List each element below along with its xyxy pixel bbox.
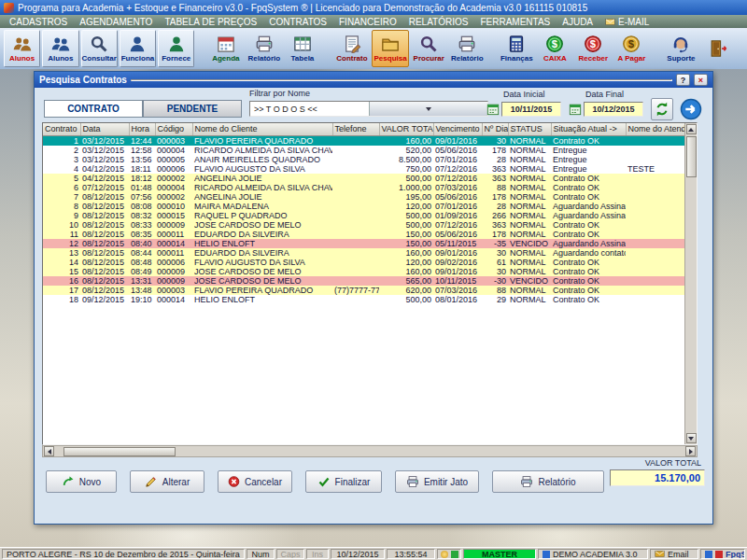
toolbar-button-procurar[interactable]: Procurar	[411, 30, 447, 67]
column-header-valor-total[interactable]: VALOR TOTAL	[379, 123, 433, 135]
toolbar-button-a-pagar[interactable]: A Pagar	[613, 30, 650, 67]
cell-codigo: 000009	[155, 220, 192, 230]
filter-combobox[interactable]: >> T O D O S <<	[249, 101, 488, 117]
column-header-situacao-atual[interactable]: Situação Atual ->	[551, 123, 626, 135]
menu-item-agendamento[interactable]: AGENDAMENTO	[74, 15, 158, 28]
refresh-button[interactable]	[651, 98, 673, 120]
toolbar-button-suporte[interactable]: Suporte	[663, 30, 699, 67]
table-row[interactable]: 203/12/201512:58000004RICARDO ALMEIDA DA…	[43, 146, 685, 155]
column-header-nome-do-atendente[interactable]: Nome do Atendente	[626, 123, 685, 135]
column-header-hora[interactable]: Hora	[129, 123, 155, 135]
cell-valor: 520,00	[379, 146, 433, 155]
table-row[interactable]: 404/12/201518:11000006FLAVIO AUGUSTO DA …	[43, 164, 685, 174]
cell-data: 07/12/2015	[80, 183, 129, 192]
alterar-button[interactable]: Alterar	[130, 470, 204, 493]
column-header-status[interactable]: STATUS	[508, 123, 551, 135]
horizontal-scrollbar[interactable]	[42, 445, 698, 457]
window-title-bar[interactable]: Pesquisa Contratos ? ×	[35, 72, 712, 88]
tab-pendente[interactable]: PENDENTE	[143, 100, 242, 118]
printer-icon	[458, 35, 476, 53]
status-email-label: Email	[668, 550, 689, 559]
chevron-down-icon[interactable]	[369, 102, 488, 116]
scroll-left-icon[interactable]	[44, 446, 54, 456]
column-header-nome-do-cliente[interactable]: Nome do Cliente	[192, 123, 332, 135]
menu-item-ferramentas[interactable]: FERRAMENTAS	[474, 15, 556, 28]
toolbar-button-exit[interactable]	[701, 30, 738, 67]
relatorio-button[interactable]: Relatório	[492, 470, 604, 493]
scrollbar-thumb[interactable]	[63, 447, 176, 456]
toolbar-button-relatorio[interactable]: Relatório	[246, 30, 282, 67]
scroll-right-icon[interactable]	[685, 446, 696, 456]
next-arrow-icon	[680, 98, 702, 120]
toolbar-button-relatorio[interactable]: Relatório	[449, 30, 486, 67]
cell-nome: RICARDO ALMEIDA DA SILVA CHAVIER	[192, 146, 332, 155]
emitir-jato-button[interactable]: Emitir Jato	[395, 470, 479, 493]
vertical-scrollbar[interactable]	[684, 123, 697, 444]
toolbar-button-alunos[interactable]: Alunos	[42, 30, 78, 67]
toolbar-button-caixa[interactable]: CAIXA	[537, 30, 573, 67]
table-row[interactable]: 1008/12/201508:33000009JOSE CARDOSO DE M…	[43, 220, 685, 230]
table-row[interactable]: 1809/12/201519:10000014HELIO ENLOFT500,0…	[43, 295, 685, 304]
finalizar-button[interactable]: Finalizar	[305, 470, 382, 493]
toolbar-button-alunos[interactable]: Alunos	[4, 30, 40, 67]
toolbar-button-pesquisa[interactable]: Pesquisa	[372, 30, 408, 67]
table-row[interactable]: 808/12/201508:08000010MAIRA MADALENA120,…	[43, 202, 685, 211]
cell-data: 03/12/2015	[80, 135, 129, 146]
novo-button[interactable]: Novo	[46, 470, 117, 493]
toolbar-button-tabela[interactable]: Tabela	[284, 30, 320, 67]
cell-dias: 28	[482, 202, 508, 211]
button-label: Finalizar	[335, 477, 371, 487]
toolbar-button-agenda[interactable]: Agenda	[207, 30, 244, 67]
table-row[interactable]: 908/12/201508:32000015RAQUEL P QUADRADO5…	[43, 211, 685, 220]
person-icon	[167, 35, 186, 53]
table-row[interactable]: 1308/12/201508:44000011EDUARDO DA SILVEI…	[43, 248, 685, 258]
table-row[interactable]: 303/12/201513:56000005ANAIR MEIRELLES QU…	[43, 155, 685, 164]
toolbar-button-funciona[interactable]: Funciona	[120, 30, 156, 67]
menu-item-tabela-de-precos[interactable]: TABELA DE PREÇOS	[159, 15, 262, 28]
toolbar-button-contrato[interactable]: Contrato	[333, 30, 370, 67]
column-header-n-dias[interactable]: Nº Dias	[482, 123, 508, 135]
table-row[interactable]: 1208/12/201508:40000014HELIO ENLOFT150,0…	[43, 239, 685, 248]
toolbar-button-receber[interactable]: Receber	[575, 30, 612, 67]
cancelar-button[interactable]: Cancelar	[218, 470, 292, 493]
tab-contrato[interactable]: CONTRATO	[44, 100, 143, 118]
cell-dias: 363	[482, 164, 508, 174]
table-row[interactable]: 1708/12/201513:48000003FLAVIO PEREIRA QU…	[43, 286, 685, 295]
table-row[interactable]: 1608/12/201513:31000009JOSE CARDOSO DE M…	[43, 276, 685, 286]
table-row[interactable]: 607/12/201501:48000004RICARDO ALMEIDA DA…	[43, 183, 685, 192]
table-row[interactable]: 1508/12/201508:49000009JOSE CARDOSO DE M…	[43, 267, 685, 276]
cell-vencimento: 05/06/2016	[433, 192, 482, 202]
date-start-field[interactable]: 10/11/2015	[501, 102, 561, 117]
menu-item-relatorios[interactable]: RELATÓRIOS	[403, 15, 474, 28]
column-header-data[interactable]: Data	[80, 123, 129, 135]
close-button[interactable]: ×	[694, 74, 708, 86]
scrollbar-thumb[interactable]	[686, 136, 697, 177]
help-button[interactable]: ?	[676, 74, 690, 86]
table-row[interactable]: 1108/12/201508:35000011EDUARDO DA SILVEI…	[43, 230, 685, 239]
date-end-field[interactable]: 10/12/2015	[584, 102, 643, 117]
toolbar-button-fornece[interactable]: Fornece	[158, 30, 194, 67]
menu-item-ajuda[interactable]: AJUDA	[557, 15, 599, 28]
menu-item-contratos[interactable]: CONTRATOS	[263, 15, 332, 28]
menu-item-cadastros[interactable]: CADASTROS	[4, 15, 73, 28]
cell-contrato: 2	[43, 146, 80, 155]
column-header-contrato[interactable]: Contrato	[43, 123, 80, 135]
status-email[interactable]: Email	[650, 549, 698, 559]
menu-item-financeiro[interactable]: FINANCEIRO	[333, 15, 402, 28]
column-header-telefone[interactable]: Telefone	[332, 123, 379, 135]
toolbar-button-consultar[interactable]: Consultar	[81, 30, 118, 67]
search-go-button[interactable]	[679, 97, 703, 121]
column-header-codigo[interactable]: Código	[155, 123, 192, 135]
cell-nome: HELIO ENLOFT	[192, 239, 332, 248]
cell-situacao: Contrato OK	[551, 295, 626, 304]
scroll-down-icon[interactable]	[686, 433, 697, 443]
table-row[interactable]: 1408/12/201508:48000006FLAVIO AUGUSTO DA…	[43, 258, 685, 267]
table-row[interactable]: 103/12/201512:44000003FLAVIO PEREIRA QUA…	[43, 135, 685, 146]
table-row[interactable]: 504/12/201518:12000002ANGELINA JOLIE500,…	[43, 174, 685, 183]
menu-item-e-mail[interactable]: E-MAIL	[599, 15, 655, 28]
filter-value: >> T O D O S <<	[250, 105, 369, 114]
toolbar-button-financas[interactable]: Finanças	[499, 30, 535, 67]
table-row[interactable]: 708/12/201507:56000002ANGELINA JOLIE195,…	[43, 192, 685, 202]
scroll-up-icon[interactable]	[686, 124, 697, 134]
column-header-vencimento[interactable]: Vencimento	[433, 123, 482, 135]
